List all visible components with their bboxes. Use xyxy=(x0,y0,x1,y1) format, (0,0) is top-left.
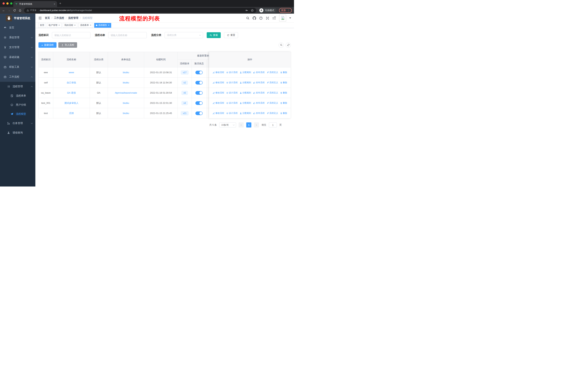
form-info-link[interactable]: /bpm/oa/leave/create xyxy=(115,91,137,94)
op-delete-link[interactable]: 删除 xyxy=(280,81,287,84)
op-assign-user-link[interactable]: 分配规则 xyxy=(240,71,251,74)
op-gear-link[interactable]: 设计流程 xyxy=(226,112,238,115)
form-info-link[interactable]: biubiu xyxy=(123,71,129,74)
op-gear-link[interactable]: 设计流程 xyxy=(226,81,238,84)
search-button[interactable]: 搜索 xyxy=(207,32,221,38)
op-publish-link[interactable]: 发布流程 xyxy=(253,91,265,94)
form-info-link[interactable]: biubiu xyxy=(123,102,129,104)
active-status-toggle[interactable] xyxy=(195,91,203,95)
fold-sidebar-icon[interactable] xyxy=(38,16,42,20)
process-name-link[interactable]: 测试多审批人 xyxy=(64,101,79,105)
op-assign-user-link[interactable]: 分配规则 xyxy=(240,81,251,84)
process-name-link[interactable]: 自己审批 xyxy=(67,81,76,84)
import-process-button[interactable]: 导入流程 xyxy=(58,42,77,48)
sidebar-item-devtools[interactable]: 研发工具 xyxy=(0,62,35,72)
close-icon[interactable]: ✕ xyxy=(58,24,60,26)
op-definition-link[interactable]: 流程定义 xyxy=(267,81,278,84)
fullscreen-icon[interactable] xyxy=(266,16,269,20)
tag-my-process[interactable]: 我的流程✕ xyxy=(63,23,77,28)
process-name-link[interactable]: 滔博 xyxy=(69,112,74,115)
sidebar-item-user-group[interactable]: 用户分组 xyxy=(0,100,35,110)
process-name-link[interactable]: eeee xyxy=(69,71,74,74)
op-edit-link[interactable]: 修改流程 xyxy=(213,71,224,74)
op-publish-link[interactable]: 发布流程 xyxy=(253,81,265,84)
browser-tab[interactable]: 芋道管理系统 × xyxy=(13,1,57,7)
op-edit-link[interactable]: 修改流程 xyxy=(213,81,224,84)
close-icon[interactable]: ✕ xyxy=(108,24,110,26)
update-button[interactable]: 更新 ⋮ xyxy=(279,8,292,13)
active-status-toggle[interactable] xyxy=(195,81,203,84)
op-delete-link[interactable]: 删除 xyxy=(280,112,287,115)
reload-icon[interactable] xyxy=(13,9,16,12)
page-size-select[interactable]: 10条/页 xyxy=(219,122,236,128)
goto-page-input[interactable] xyxy=(269,122,277,128)
maximize-window-button[interactable] xyxy=(10,2,12,5)
active-status-toggle[interactable] xyxy=(195,111,203,115)
op-assign-user-link[interactable]: 分配规则 xyxy=(240,91,251,94)
new-tab-button[interactable]: + xyxy=(59,1,61,5)
op-publish-link[interactable]: 发布流程 xyxy=(253,112,265,115)
back-icon[interactable]: ← xyxy=(2,9,5,12)
process-key-input[interactable] xyxy=(52,32,90,38)
prev-page-button[interactable]: ‹ xyxy=(239,122,244,128)
star-icon[interactable] xyxy=(251,9,254,12)
sidebar-item-workflow[interactable]: 工作流程 xyxy=(0,72,35,82)
op-gear-link[interactable]: 设计流程 xyxy=(226,71,238,74)
process-category-select[interactable]: 流程分类 xyxy=(165,32,203,38)
tag-home[interactable]: 首页 xyxy=(38,23,46,28)
form-info-link[interactable]: biubiu xyxy=(123,81,129,84)
process-name-input[interactable] xyxy=(108,32,147,38)
op-definition-link[interactable]: 流程定义 xyxy=(267,71,278,74)
avatar[interactable] xyxy=(279,15,286,21)
sidebar-item-home[interactable]: 首页 xyxy=(0,23,35,33)
op-definition-link[interactable]: 流程定义 xyxy=(267,112,278,115)
close-icon[interactable]: ✕ xyxy=(74,24,76,26)
sidebar-item-infra[interactable]: 基础设施 xyxy=(0,52,35,62)
process-name-link[interactable]: OA 请假 xyxy=(67,91,76,94)
close-icon[interactable]: ✕ xyxy=(90,24,91,26)
op-assign-user-link[interactable]: 分配规则 xyxy=(240,101,251,105)
refresh-table-button[interactable] xyxy=(286,42,291,48)
sidebar-item-process-form[interactable]: 流程表单 xyxy=(0,91,35,100)
tag-process-form[interactable]: 流程表单✕ xyxy=(78,23,93,28)
create-process-button[interactable]: + 新建流程 xyxy=(38,42,56,48)
op-assign-user-link[interactable]: 分配规则 xyxy=(240,112,251,115)
font-size-icon[interactable] xyxy=(272,16,276,20)
op-definition-link[interactable]: 流程定义 xyxy=(267,91,278,94)
sidebar-item-process-model[interactable]: 流程模型 xyxy=(0,110,35,119)
sidebar-item-leave-query[interactable]: 请假查询 xyxy=(0,128,35,138)
sidebar-item-process-mgmt[interactable]: 流程管理 xyxy=(0,82,35,91)
avatar-caret-icon[interactable] xyxy=(289,18,291,19)
key-icon[interactable] xyxy=(245,9,248,12)
tag-tenant[interactable]: 租户管理✕ xyxy=(47,23,62,28)
github-icon[interactable] xyxy=(253,16,256,20)
op-edit-link[interactable]: 修改流程 xyxy=(213,91,224,94)
sidebar-item-payment[interactable]: 支付管理 xyxy=(0,42,35,52)
close-window-button[interactable] xyxy=(2,2,5,5)
sidebar-item-task-mgmt[interactable]: 任务管理 xyxy=(0,119,35,128)
op-definition-link[interactable]: 流程定义 xyxy=(267,101,278,105)
reset-button[interactable]: 重置 xyxy=(224,32,238,38)
breadcrumb-process-mgmt[interactable]: 流程管理 xyxy=(68,16,78,20)
home-icon[interactable] xyxy=(19,9,21,12)
op-delete-link[interactable]: 删除 xyxy=(280,101,287,105)
next-page-button[interactable]: › xyxy=(254,122,259,128)
help-icon[interactable] xyxy=(259,16,263,20)
active-status-toggle[interactable] xyxy=(195,101,203,105)
active-status-toggle[interactable] xyxy=(195,71,203,74)
form-info-link[interactable]: biubiu xyxy=(123,112,129,115)
tag-process-model[interactable]: 流程模型✕ xyxy=(94,23,111,28)
app-logo-row[interactable]: 芋道管理系统 xyxy=(0,14,35,23)
op-edit-link[interactable]: 修改流程 xyxy=(213,101,224,105)
op-delete-link[interactable]: 删除 xyxy=(280,71,287,74)
security-status[interactable]: 不安全 xyxy=(27,9,37,12)
op-gear-link[interactable]: 设计流程 xyxy=(226,101,238,105)
breadcrumb-workflow[interactable]: 工作流程 xyxy=(54,16,64,20)
close-tab-icon[interactable]: × xyxy=(54,2,55,5)
op-gear-link[interactable]: 设计流程 xyxy=(226,91,238,94)
url-bar[interactable]: 不安全 dashboard.yudao.iocoder.cn/bpm/manag… xyxy=(24,8,256,13)
op-publish-link[interactable]: 发布流程 xyxy=(253,101,265,105)
sidebar-item-system[interactable]: 系统管理 xyxy=(0,33,35,42)
breadcrumb-home[interactable]: 首页 xyxy=(45,16,50,20)
current-page-button[interactable]: 1 xyxy=(246,122,251,128)
